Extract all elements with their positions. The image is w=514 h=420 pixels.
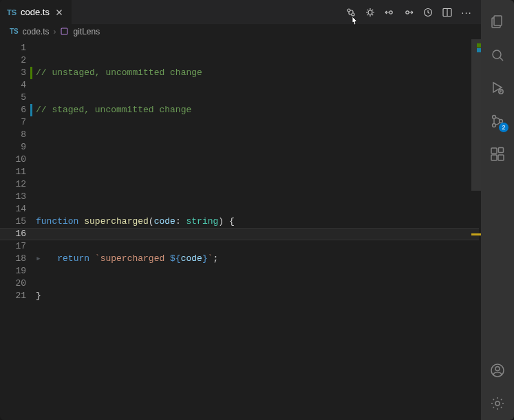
source-control-icon[interactable]: 2 [481,105,514,138]
svg-point-2 [368,10,372,14]
editor-toolbar: ··· [342,0,481,24]
breadcrumb[interactable]: TS code.ts › gitLens [0,24,481,39]
close-icon[interactable] [54,7,65,18]
account-icon[interactable] [481,354,514,387]
next-change-icon[interactable] [400,3,418,21]
code-content[interactable]: // unstaged, uncommitted change // stage… [36,39,481,420]
tab-code-ts[interactable]: TS code.ts [0,0,72,24]
svg-point-12 [493,124,496,127]
breadcrumb-file: code.ts [23,27,50,36]
svg-point-3 [389,10,392,13]
svg-point-4 [406,10,409,13]
split-editor-icon[interactable] [438,3,456,21]
svg-rect-16 [498,155,504,160]
breadcrumb-symbol: gitLens [73,27,100,36]
svg-point-19 [495,367,500,371]
svg-point-11 [493,116,496,119]
ts-lang-badge: TS [7,8,17,17]
svg-rect-8 [494,16,502,25]
comment-staged: // staged, uncommitted change [36,105,191,115]
line-gutter: 123456789101112131415161718192021 [0,39,36,420]
chevron-right-icon: › [53,27,56,36]
activity-bar: 2 [481,0,514,420]
tab-label: code.ts [21,7,50,17]
symbol-function-icon [60,27,69,36]
svg-rect-7 [62,28,68,34]
svg-point-1 [352,13,354,16]
svg-rect-17 [499,148,504,153]
scm-badge: 2 [499,123,508,132]
svg-point-20 [495,401,500,406]
file-annotations-icon[interactable] [361,3,379,21]
tab-bar: TS code.ts · [0,0,481,24]
more-actions-icon[interactable]: ··· [458,3,475,21]
svg-rect-14 [491,148,497,154]
search-icon[interactable] [481,39,514,72]
extensions-icon[interactable] [481,138,514,171]
open-changes-icon[interactable] [342,3,360,21]
overview-ruler[interactable] [471,39,481,420]
run-debug-icon[interactable] [481,72,514,105]
prev-change-icon[interactable] [381,3,398,21]
comment-unstaged: // unstaged, uncommitted change [36,67,202,78]
settings-gear-icon[interactable] [481,387,514,420]
ts-lang-badge: TS [10,28,19,35]
svg-rect-15 [491,155,497,160]
editor-group: TS code.ts · [0,0,481,420]
explorer-icon[interactable] [481,6,514,39]
svg-point-0 [347,9,350,12]
revision-nav-icon[interactable] [419,3,437,21]
code-editor[interactable]: 123456789101112131415161718192021 // uns… [0,39,481,420]
svg-point-9 [493,50,501,59]
